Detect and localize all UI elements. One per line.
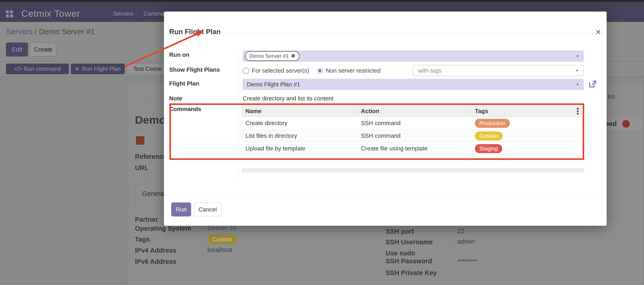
- ssh-password-value: ********: [458, 258, 477, 265]
- breadcrumb-servers-link[interactable]: Servers: [6, 27, 32, 36]
- window-top-strip: [0, 0, 644, 2]
- ssh-password-label: SSH Password: [386, 258, 432, 265]
- ipv6-label: IPv6 Address: [135, 258, 176, 265]
- status-stopped-dot-icon: [622, 120, 630, 128]
- run-flight-plan-button[interactable]: ✈ Run Flight Plan: [71, 63, 125, 74]
- dropdown-caret-icon: ▾: [576, 82, 578, 86]
- code-icon: </>: [14, 66, 22, 72]
- server-name-heading: Demo: [135, 114, 165, 126]
- tags-label: Tags: [135, 236, 150, 243]
- tag-remove-icon[interactable]: ✖: [291, 53, 295, 59]
- create-button[interactable]: Create: [30, 42, 56, 56]
- with-tags-input[interactable]: with tags ▾: [413, 65, 584, 76]
- ipv4-label: IPv4 Address: [135, 247, 176, 254]
- breadcrumb-separator: /: [32, 27, 39, 36]
- run-on-selected-tag: Demo Server #1 ✖: [245, 51, 300, 61]
- ssh-port-value: 22: [458, 227, 464, 235]
- apps-menu-icon[interactable]: [6, 10, 13, 17]
- nav-item-servers[interactable]: Servers: [113, 10, 134, 17]
- show-flight-plans-radios: For selected server(s) Non server restri…: [243, 67, 380, 74]
- dropdown-caret-icon: ▾: [576, 68, 578, 73]
- left-group-divider: [203, 225, 203, 264]
- external-link-icon[interactable]: [588, 80, 597, 89]
- ssh-private-key-label: SSH Private Key: [386, 269, 437, 277]
- breadcrumb: Servers / Demo Server #1: [6, 27, 95, 36]
- run-on-field[interactable]: Demo Server #1 ✖ ▾: [243, 50, 584, 62]
- partner-label: Partner: [135, 216, 158, 223]
- run-command-button[interactable]: </> Run command: [6, 63, 69, 74]
- url-label: URL: [135, 164, 148, 172]
- breadcrumb-record: Demo Server #1: [39, 27, 95, 36]
- plane-icon: ✈: [74, 65, 81, 73]
- use-sudo-label: Use sudo: [386, 250, 415, 257]
- stat-button-partial-text[interactable]: es: [608, 92, 615, 100]
- edit-button[interactable]: Edit: [6, 42, 28, 56]
- app-brand: Cetmix Tower: [21, 3, 80, 24]
- radio-for-selected-servers[interactable]: [243, 68, 249, 74]
- annotation-arrow: [122, 27, 208, 68]
- run-button[interactable]: Run: [171, 202, 191, 217]
- table-horizontal-scrollbar[interactable]: [242, 169, 584, 173]
- right-group-divider: [453, 226, 454, 277]
- tag-custom-badge: Custom: [208, 234, 237, 244]
- reference-label: Reference: [135, 153, 167, 160]
- flight-plan-label: Flight Plan: [169, 80, 199, 87]
- dialog-header-divider: [164, 33, 607, 33]
- ssh-username-value: admin: [458, 238, 474, 245]
- ipv4-value: localhost: [208, 246, 232, 254]
- radio-non-server-restricted[interactable]: [317, 68, 323, 74]
- flight-plan-select[interactable]: Demo Flight Plan #1 ▾: [243, 79, 584, 90]
- note-value: Create directory and list its content: [243, 95, 333, 102]
- radio-for-selected-servers-label[interactable]: For selected server(s): [252, 67, 309, 74]
- close-icon[interactable]: ✕: [595, 29, 601, 36]
- os-label: Operating System: [135, 225, 191, 232]
- dropdown-caret-icon: ▾: [576, 54, 578, 58]
- ssh-port-label: SSH port: [386, 228, 414, 235]
- radio-non-server-restricted-label[interactable]: Non server restricted: [326, 67, 380, 74]
- screen: Cetmix Tower Servers Commands Files Tool…: [0, 0, 644, 285]
- note-label: Note: [169, 95, 182, 102]
- cancel-button[interactable]: Cancel: [194, 202, 222, 217]
- ssh-username-label: SSH Username: [386, 238, 433, 246]
- annotation-highlight-box: [170, 103, 584, 160]
- dialog-footer-divider: [164, 195, 607, 195]
- server-color-swatch[interactable]: [135, 135, 145, 145]
